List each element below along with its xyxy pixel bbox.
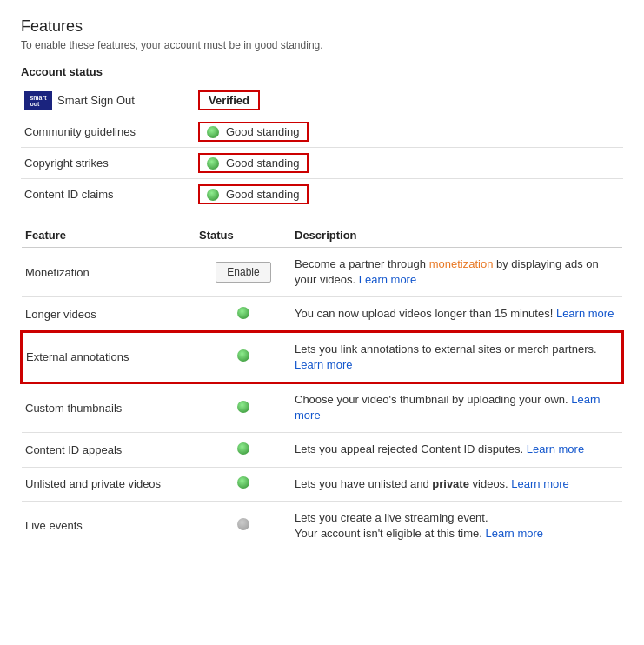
green-dot-content-id-appeals: [237, 442, 249, 455]
feature-row-external-annotations: External annotations Lets you link annot…: [22, 332, 622, 382]
status-col-header: Status: [196, 223, 291, 248]
feature-row-content-id-appeals: Content ID appeals Lets you appeal rejec…: [22, 433, 622, 467]
longer-videos-label: Longer videos: [25, 308, 96, 321]
unlisted-private-desc1: Lets you have unlisted and: [295, 477, 432, 490]
live-events-desc1: Lets you create a live streaming event.Y…: [295, 511, 488, 540]
copyright-strikes-label: Copyright strikes: [24, 156, 109, 170]
unlisted-private-label: Unlisted and private videos: [25, 477, 161, 490]
copyright-strikes-status: Good standing: [198, 153, 309, 173]
green-dot-community: [207, 126, 219, 138]
account-status-row-content-id: Content ID claims Good standing: [21, 179, 623, 210]
verified-badge: Verified: [198, 90, 260, 110]
feature-row-unlisted-private: Unlisted and private videos Lets you hav…: [22, 467, 622, 501]
external-annotations-desc: Lets you link annotations to external si…: [295, 342, 597, 356]
custom-thumbnails-label: Custom thumbnails: [25, 402, 122, 415]
account-status-row-community: Community guidelines Good standing: [21, 116, 623, 148]
content-id-appeals-learn-more[interactable]: Learn more: [527, 442, 584, 455]
community-guidelines-status-text: Good standing: [226, 125, 300, 138]
copyright-strikes-status-text: Good standing: [226, 156, 300, 170]
live-events-learn-more[interactable]: Learn more: [486, 527, 543, 540]
unlisted-private-desc2: videos.: [469, 477, 511, 490]
custom-thumbnails-desc: Choose your video's thumbnail by uploadi…: [295, 393, 571, 406]
green-dot-longer-videos: [237, 307, 249, 319]
longer-videos-learn-more[interactable]: Learn more: [556, 307, 614, 320]
unlisted-private-learn-more[interactable]: Learn more: [511, 477, 568, 490]
content-id-appeals-desc: Lets you appeal rejected Content ID disp…: [295, 442, 527, 455]
gray-dot-live-events: [237, 518, 249, 530]
monetization-desc: Become a partner through: [295, 257, 429, 270]
green-dot-external-annotations: [237, 349, 249, 362]
feature-row-monetization: Monetization Enable Become a partner thr…: [22, 248, 622, 297]
monetization-learn-more[interactable]: Learn more: [359, 273, 416, 286]
content-id-claims-label: Content ID claims: [24, 188, 114, 201]
account-status-row-smart-sign-out: smartout Smart Sign Out Verified: [21, 85, 623, 116]
page-title: Features: [21, 17, 623, 36]
account-status-row-copyright: Copyright strikes Good standing: [21, 148, 623, 179]
monetization-link[interactable]: monetization: [429, 257, 494, 270]
features-table-header-row: Feature Status Description: [22, 223, 622, 248]
content-id-claims-status-text: Good standing: [226, 188, 300, 201]
community-guidelines-status: Good standing: [198, 122, 309, 142]
description-col-header: Description: [291, 223, 622, 248]
content-id-claims-status: Good standing: [198, 184, 309, 204]
feature-row-custom-thumbnails: Custom thumbnails Choose your video's th…: [22, 382, 622, 433]
smart-sign-out-label: Smart Sign Out: [57, 94, 135, 107]
feature-row-live-events: Live events Lets you create a live strea…: [22, 501, 622, 550]
monetization-label: Monetization: [25, 266, 90, 279]
enable-button-monetization[interactable]: Enable: [216, 262, 270, 283]
page-subtitle: To enable these features, your account m…: [21, 39, 623, 51]
live-events-label: Live events: [25, 519, 83, 532]
community-guidelines-label: Community guidelines: [24, 125, 136, 138]
account-status-heading: Account status: [21, 65, 623, 78]
longer-videos-desc: You can now upload videos longer than 15…: [295, 307, 556, 320]
unlisted-private-bold: private: [432, 477, 469, 490]
feature-col-header: Feature: [22, 223, 196, 248]
green-dot-copyright: [207, 157, 219, 170]
green-dot-custom-thumbnails: [237, 401, 249, 413]
smart-sign-out-icon: smartout: [24, 91, 52, 110]
green-dot-unlisted-private: [237, 476, 249, 489]
green-dot-content-id: [207, 189, 219, 201]
feature-row-longer-videos: Longer videos You can now upload videos …: [22, 297, 622, 332]
features-table: Feature Status Description Monetization …: [21, 223, 623, 550]
external-annotations-learn-more[interactable]: Learn more: [295, 358, 352, 371]
account-status-table: smartout Smart Sign Out Verified Communi…: [21, 85, 623, 209]
content-id-appeals-label: Content ID appeals: [25, 443, 122, 456]
external-annotations-label: External annotations: [26, 350, 129, 363]
